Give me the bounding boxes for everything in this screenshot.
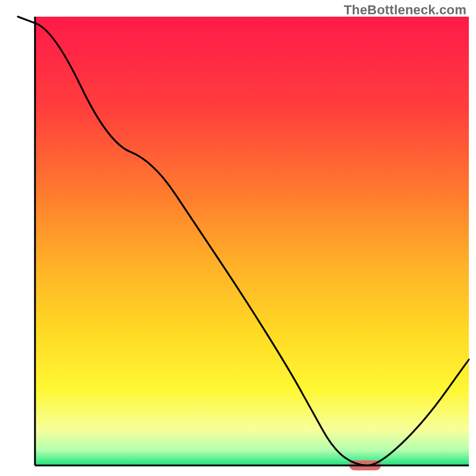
bottleneck-chart bbox=[0, 0, 476, 476]
watermark-text: TheBottleneck.com bbox=[344, 2, 466, 18]
gradient-background bbox=[35, 17, 469, 465]
chart-container: TheBottleneck.com bbox=[0, 0, 476, 476]
